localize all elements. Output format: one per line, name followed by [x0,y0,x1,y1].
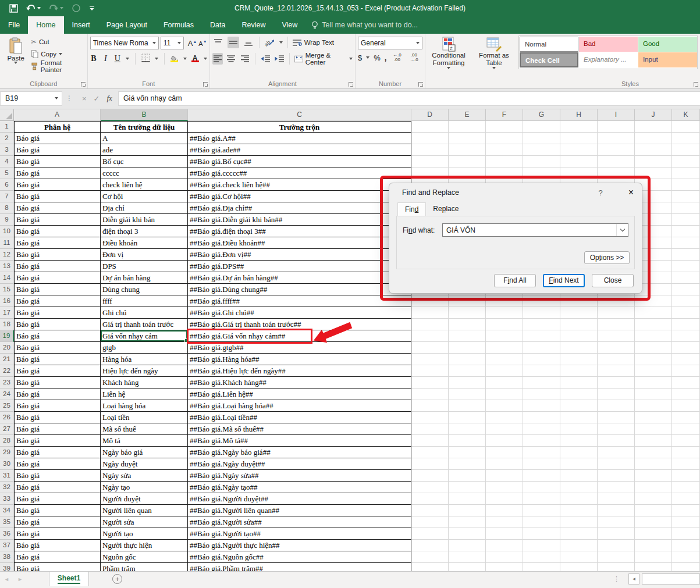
cell-empty[interactable] [560,144,598,156]
cell-A37[interactable]: Báo giá [14,540,101,551]
cell-B25[interactable]: Loại hàng hóa [101,400,188,412]
cell-A36[interactable]: Báo giá [14,528,101,540]
cell-A9[interactable]: Báo giá [14,214,101,226]
cell-empty[interactable] [523,516,560,528]
cell-empty[interactable] [523,377,560,389]
cell-empty[interactable] [635,377,672,389]
cell-empty[interactable] [523,400,560,412]
cell-empty[interactable] [598,458,635,470]
cell-C11[interactable]: ##Báo giá.Điều khoản## [188,237,411,249]
cell-A12[interactable]: Báo giá [14,249,101,261]
row-header-30[interactable]: 30 [0,458,14,470]
style-chip-bad[interactable]: Bad [579,37,638,52]
cell-empty[interactable] [672,121,700,133]
cell-A26[interactable]: Báo giá [14,412,101,423]
cell-C5[interactable]: ##Báo giá.ccccc## [188,168,411,179]
cell-empty[interactable] [672,400,700,412]
cell-empty[interactable] [672,482,700,493]
cell-empty[interactable] [486,377,523,389]
row-header-18[interactable]: 18 [0,319,14,330]
cell-empty[interactable] [635,156,672,168]
format-as-table-button[interactable]: Format as Table [473,35,515,69]
cell-empty[interactable] [672,214,700,226]
format-as-table-dropdown-icon[interactable] [492,67,496,69]
percent-format-icon[interactable]: % [374,54,381,62]
cell-empty[interactable] [598,144,635,156]
cell-empty[interactable] [560,365,598,377]
cell-C10[interactable]: ##Báo giá.điện thoại 3## [188,226,411,237]
cell-B36[interactable]: Người tạo [101,528,188,540]
cell-C16[interactable]: ##Báo giá.ffff## [188,295,411,307]
cell-empty[interactable] [635,528,672,540]
align-center-icon[interactable] [226,53,237,65]
cell-empty[interactable] [449,121,486,133]
cell-empty[interactable] [411,435,449,447]
cell-B18[interactable]: Giá trị thanh toán trước [101,319,188,330]
cell-B32[interactable]: Ngày tạo [101,482,188,493]
cell-empty[interactable] [411,447,449,458]
row-header-24[interactable]: 24 [0,389,14,400]
merge-center-button[interactable]: Merge & Center [294,52,353,66]
italic-button[interactable]: I [102,54,109,63]
cell-C21[interactable]: ##Báo giá.Hàng hóa## [188,354,411,365]
cell-C24[interactable]: ##Báo giá.Liên hệ## [188,389,411,400]
number-dialog-launcher-icon[interactable] [418,82,423,87]
borders-dropdown-icon[interactable] [155,58,158,60]
cell-empty[interactable] [560,447,598,458]
row-header-1[interactable]: 1 [0,121,14,133]
bold-button[interactable]: B [90,54,97,63]
number-format-dropdown-icon[interactable] [416,42,420,44]
cell-A29[interactable]: Báo giá [14,447,101,458]
cell-C37[interactable]: ##Báo giá.Người thực hiện## [188,540,411,551]
cell-empty[interactable] [523,144,560,156]
cell-B26[interactable]: Loại tiền [101,412,188,423]
cell-C31[interactable]: ##Báo giá.Ngày sửa## [188,470,411,482]
cell-empty[interactable] [672,470,700,482]
ribbon-tab-insert[interactable]: Insert [64,16,98,34]
row-header-6[interactable]: 6 [0,179,14,191]
cell-empty[interactable] [411,365,449,377]
paste-button[interactable]: Paste [2,35,29,72]
cell-C27[interactable]: ##Báo giá.Mã số thuế## [188,423,411,435]
cell-empty[interactable] [449,342,486,354]
cell-empty[interactable] [635,563,672,571]
increase-indent-icon[interactable] [274,53,285,65]
tell-me-box[interactable]: Tell me what you want to do... [311,16,418,34]
cell-empty[interactable] [486,144,523,156]
cell-B9[interactable]: Diễn giải khi bán [101,214,188,226]
cell-empty[interactable] [411,516,449,528]
cell-empty[interactable] [635,482,672,493]
font-size-dropdown-icon[interactable] [177,42,181,44]
cell-B28[interactable]: Mô tả [101,435,188,447]
cell-empty[interactable] [486,458,523,470]
cell-empty[interactable] [449,412,486,423]
cell-A25[interactable]: Báo giá [14,400,101,412]
cell-empty[interactable] [523,133,560,144]
row-header-37[interactable]: 37 [0,540,14,551]
cell-C7[interactable]: ##Báo giá.Cơ hội## [188,191,411,202]
cell-empty[interactable] [411,470,449,482]
row-header-10[interactable]: 10 [0,226,14,237]
cell-C28[interactable]: ##Báo giá.Mô tả## [188,435,411,447]
cell-B34[interactable]: Người liên quan [101,505,188,516]
row-header-5[interactable]: 5 [0,168,14,179]
cell-A10[interactable]: Báo giá [14,226,101,237]
row-header-13[interactable]: 13 [0,261,14,272]
undo-button[interactable] [26,4,41,12]
cell-empty[interactable] [449,423,486,435]
cell-B19[interactable]: Giá vốn nhạy cảm [101,330,188,342]
cell-C34[interactable]: ##Báo giá.Người liên quan## [188,505,411,516]
select-all-corner[interactable] [0,109,14,121]
cell-empty[interactable] [523,354,560,365]
cell-empty[interactable] [486,470,523,482]
hscroll-thumb[interactable] [642,573,700,585]
cell-B4[interactable]: Bố cục [101,156,188,168]
cell-empty[interactable] [672,528,700,540]
cell-empty[interactable] [672,354,700,365]
orientation-icon[interactable]: ab [264,37,276,48]
tab-replace[interactable]: Replace [426,202,466,216]
cell-empty[interactable] [411,156,449,168]
cell-B6[interactable]: check liên hệ [101,179,188,191]
cell-empty[interactable] [486,447,523,458]
cell-A39[interactable]: Báo giá [14,563,101,571]
